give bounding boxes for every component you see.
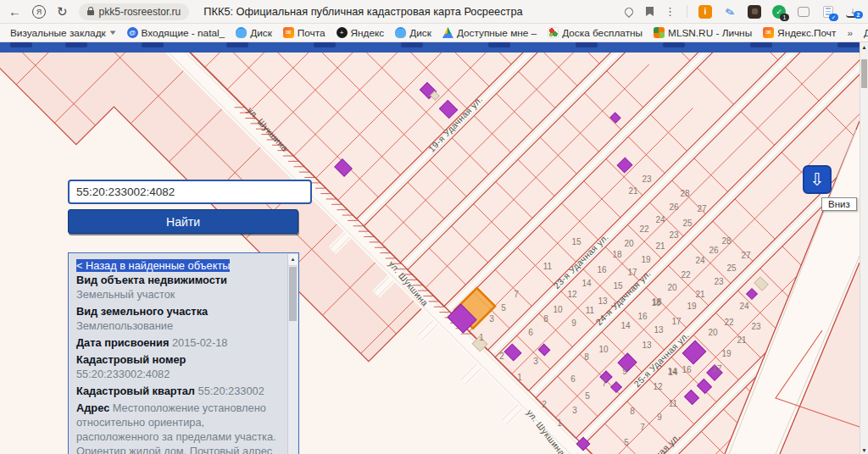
other-bookmarks[interactable]: Другие закладки ▼	[864, 27, 868, 39]
panel-scroll-thumb[interactable]	[289, 267, 297, 321]
bookmark-item[interactable]: Диск	[395, 27, 431, 39]
attribute-value: 2015-02-18	[169, 336, 227, 349]
back-icon[interactable]: ←	[8, 5, 21, 18]
page-scrollbar[interactable]: ▲ ▼	[860, 42, 868, 454]
parcel-number: 16	[637, 312, 648, 321]
browser-toolbar: ← Я ↻ pkk5-rosreestor.ru ПКК5: Официальн…	[0, 0, 868, 24]
parcel-number: 5	[624, 438, 629, 447]
attribute-row: Адрес Местоположение установлено относит…	[76, 401, 281, 454]
page-scroll-thumb[interactable]	[861, 59, 867, 88]
extension-dark-icon[interactable]	[748, 5, 761, 19]
yandex-icon[interactable]: Я	[32, 5, 46, 19]
parcel-number: 15	[613, 281, 623, 291]
browser-window: ← Я ↻ pkk5-rosreestor.ru ПКК5: Официальн…	[0, 0, 868, 454]
panel-scrollbar[interactable]: ▲	[287, 254, 298, 454]
parcel-number: 23	[714, 277, 724, 286]
drive-icon	[442, 27, 453, 38]
parcel-number: 12	[653, 382, 663, 391]
attribute-row: Вид объекта недвижимости Земельный участ…	[76, 273, 281, 302]
parcel-number: 22	[681, 270, 691, 280]
bookmark-item[interactable]: Диск	[236, 27, 272, 39]
parcel-number: 3	[489, 314, 494, 324]
bookmark-visual-tabs[interactable]: Визуальные закладк ▼	[10, 27, 116, 39]
downloads-icon[interactable]: ↓ 2	[846, 5, 860, 18]
downloads-badge: 2	[854, 11, 863, 19]
menu-dots-icon[interactable]: ⋮	[665, 5, 676, 18]
extension-doc-icon[interactable]: ✓	[821, 5, 835, 19]
other-bookmarks-label: Другие закладки	[864, 27, 868, 39]
address-bar[interactable]: pkk5-rosreestor.ru	[79, 3, 190, 20]
bookmark-items: @Входящие - natal_Диск✉Почта+ЯндексДискД…	[127, 27, 837, 39]
parcel-number: 3	[533, 357, 538, 366]
extension-vote-icon[interactable]	[797, 5, 810, 19]
parcel-number: 15	[571, 237, 581, 246]
parcel-number: 2	[542, 400, 547, 409]
chevron-down-icon: ▼	[108, 29, 117, 36]
bookmark-label: Почта	[298, 27, 326, 39]
parcel-number: 27	[741, 251, 751, 260]
parcel-number: 22	[639, 224, 649, 234]
parcel-number: 8	[584, 352, 589, 362]
extension-shield-icon[interactable]: ✓ 1	[772, 5, 786, 19]
scroll-down-icon[interactable]: ▼	[860, 447, 868, 453]
bookmark-item[interactable]: MLSN.RU - Личны	[654, 27, 752, 39]
parcel-number: 16	[597, 265, 607, 274]
attribute-label: Вид объекта недвижимости	[76, 274, 227, 286]
parcel-number: 1	[479, 333, 484, 342]
at-icon: @	[127, 27, 138, 38]
parcel-number: 17	[712, 364, 722, 374]
parcel-number: 9	[657, 412, 662, 422]
url-text: pkk5-rosreestor.ru	[99, 6, 181, 18]
parcel-number: 21	[628, 186, 638, 196]
bookmarks-overflow-icon[interactable]: »	[847, 27, 853, 39]
geolocation-icon[interactable]	[623, 5, 635, 17]
attribute-row: Кадастровый номер 55:20:233002:4082	[76, 352, 281, 381]
parcel-number: 5	[585, 391, 590, 401]
pan-down-button[interactable]: ⇩	[803, 165, 832, 194]
parcel-number: 28	[721, 236, 732, 246]
extension-pin-icon[interactable]: i	[698, 5, 712, 19]
parcel-number: 1	[517, 373, 522, 382]
bookmark-label: Доска бесплатны	[562, 27, 643, 39]
parcel-number: 7	[602, 379, 607, 388]
parcel-number: 19	[687, 302, 697, 311]
bookmark-item[interactable]: Доска бесплатны	[548, 27, 643, 39]
parcel-number: 27	[697, 204, 707, 213]
attribute-value: Земельный участок	[76, 288, 175, 301]
find-button[interactable]: Найти	[68, 209, 298, 234]
plus-icon: +	[337, 27, 348, 38]
parcel-number: 13	[642, 340, 652, 350]
mail-icon: ✉	[763, 27, 774, 38]
parcel-number: 26	[709, 246, 719, 255]
parcel-number: 21	[737, 335, 747, 345]
bookmark-item[interactable]: @Входящие - natal_	[127, 27, 225, 39]
extension-feather-icon[interactable]: ✎	[721, 3, 738, 20]
parcel-number: 14	[620, 321, 631, 330]
parcel-number: 6	[570, 374, 576, 384]
bookmark-item[interactable]: ✉Почта	[283, 27, 326, 39]
attribute-value: 55:20:233002:4082	[76, 368, 170, 380]
parcel-number: 13	[598, 296, 608, 306]
cadastral-search-input[interactable]	[68, 180, 312, 204]
parcel-number: 16	[682, 365, 692, 374]
bookmark-item[interactable]: +Яндекс	[337, 27, 385, 39]
attribute-label: Вид земельного участка	[76, 305, 208, 318]
scroll-up-icon[interactable]: ▲	[288, 254, 298, 266]
parcel-number: 3	[572, 406, 577, 415]
scroll-up-icon[interactable]: ▲	[860, 44, 868, 50]
page-title: ПКК5: Официальная публичная кадастровая …	[203, 5, 522, 18]
parcel-number: 1	[557, 418, 562, 428]
parcel-number: 20	[708, 328, 718, 337]
bookmark-label: Визуальные закладк	[10, 27, 106, 39]
bookmark-item[interactable]: ✉Яндекс.Почт	[763, 27, 836, 39]
refresh-icon[interactable]: ↻	[57, 5, 68, 18]
parcel-number: 19	[641, 255, 651, 264]
bookmark-icon[interactable]	[646, 7, 654, 16]
bookmark-item[interactable]: Доступные мне –	[442, 27, 537, 39]
parcel-info-panel: < Назад в найденные объекты Вид объекта …	[68, 252, 299, 454]
parcel-number: 23	[669, 230, 679, 240]
attribute-label: Кадастровый номер	[76, 353, 186, 366]
parcel-number: 24	[695, 256, 705, 265]
parcel-number: 6	[528, 328, 533, 337]
back-to-results-link[interactable]: < Назад в найденные объекты	[76, 259, 230, 272]
